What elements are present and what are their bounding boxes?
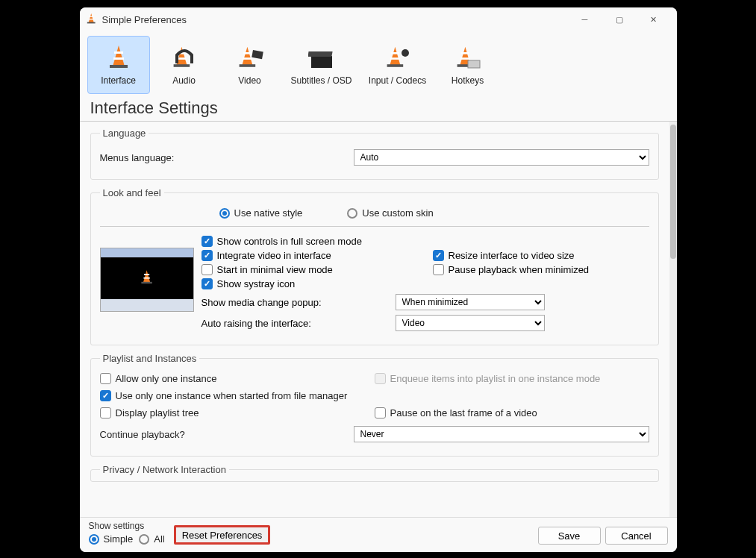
integrate-video-check[interactable]: Integrate video in interface (202, 250, 418, 261)
category-tabs: Interface Audio Video Subtitles / OSD In… (80, 31, 677, 94)
start-minimal-check[interactable]: Start in minimal view mode (202, 264, 418, 275)
svg-rect-4 (311, 56, 332, 68)
minimize-button[interactable]: ─ (568, 7, 602, 31)
maximize-button[interactable]: ▢ (602, 7, 637, 31)
headphones-icon (169, 44, 199, 74)
cone-icon (104, 44, 134, 74)
tab-interface[interactable]: Interface (87, 36, 150, 94)
auto-raise-select[interactable]: Video (396, 315, 545, 331)
page-heading: Interface Settings (80, 94, 677, 122)
tab-audio[interactable]: Audio (153, 36, 216, 94)
continue-playback-label: Continue playback? (100, 429, 354, 440)
app-icon (86, 13, 98, 27)
media-change-label: Show media change popup: (202, 297, 396, 308)
interface-preview (100, 248, 194, 312)
dialog-footer: Show settings Simple All Reset Preferenc… (80, 517, 677, 552)
film-icon (235, 44, 265, 74)
auto-raise-label: Auto raising the interface: (202, 318, 396, 329)
custom-skin-radio[interactable]: Use custom skin (347, 207, 433, 219)
svg-rect-5 (308, 51, 333, 57)
menus-language-select[interactable]: Auto (354, 149, 649, 166)
keyboard-icon (453, 44, 483, 74)
look-feel-group: Look and feel Use native style Use custo… (90, 187, 659, 345)
cancel-button[interactable]: Cancel (605, 527, 668, 545)
privacy-group: Privacy / Network Interaction (90, 464, 659, 482)
tab-input-codecs[interactable]: Input / Codecs (362, 36, 434, 94)
window-controls: ─ ▢ ✕ (568, 7, 671, 31)
window-title: Simple Preferences (102, 14, 568, 25)
menus-language-label: Menus language: (100, 152, 354, 163)
preferences-window: Simple Preferences ─ ▢ ✕ Interface Audio… (80, 7, 677, 552)
enqueue-check: Enqueue items into playlist in one insta… (375, 373, 649, 384)
media-change-select[interactable]: When minimized (396, 294, 545, 310)
language-group: Language Menus language: Auto (90, 128, 659, 180)
pause-minimized-check[interactable]: Pause playback when minimized (433, 264, 649, 275)
save-button[interactable]: Save (538, 527, 601, 545)
native-style-radio[interactable]: Use native style (219, 207, 303, 219)
svg-rect-7 (468, 60, 480, 68)
tab-video[interactable]: Video (219, 36, 281, 94)
close-button[interactable]: ✕ (637, 7, 671, 31)
settings-content: Language Menus language: Auto Look and f… (80, 122, 669, 517)
plug-icon (383, 44, 413, 74)
playlist-group: Playlist and Instances Allow only one in… (90, 353, 659, 457)
svg-point-6 (402, 49, 409, 57)
reset-preferences-button[interactable]: Reset Preferences (174, 525, 271, 545)
svg-rect-3 (252, 50, 263, 59)
continue-playback-select[interactable]: Never (354, 426, 649, 442)
show-simple-radio[interactable]: Simple (89, 533, 134, 545)
vertical-scrollbar[interactable] (669, 122, 677, 517)
show-settings-label: Show settings (89, 521, 165, 531)
tab-subtitles[interactable]: Subtitles / OSD (284, 36, 359, 94)
systray-check[interactable]: Show systray icon (202, 278, 649, 289)
resize-interface-check[interactable]: Resize interface to video size (433, 250, 649, 261)
show-all-radio[interactable]: All (139, 533, 164, 545)
file-manager-instance-check[interactable]: Use only one instance when started from … (100, 390, 649, 401)
pause-last-frame-check[interactable]: Pause on the last frame of a video (375, 407, 649, 418)
clapper-icon (307, 44, 337, 74)
titlebar: Simple Preferences ─ ▢ ✕ (80, 7, 677, 31)
show-controls-check[interactable]: Show controls in full screen mode (202, 236, 649, 247)
tab-hotkeys[interactable]: Hotkeys (437, 36, 499, 94)
playlist-tree-check[interactable]: Display playlist tree (100, 407, 375, 418)
one-instance-check[interactable]: Allow only one instance (100, 373, 375, 384)
